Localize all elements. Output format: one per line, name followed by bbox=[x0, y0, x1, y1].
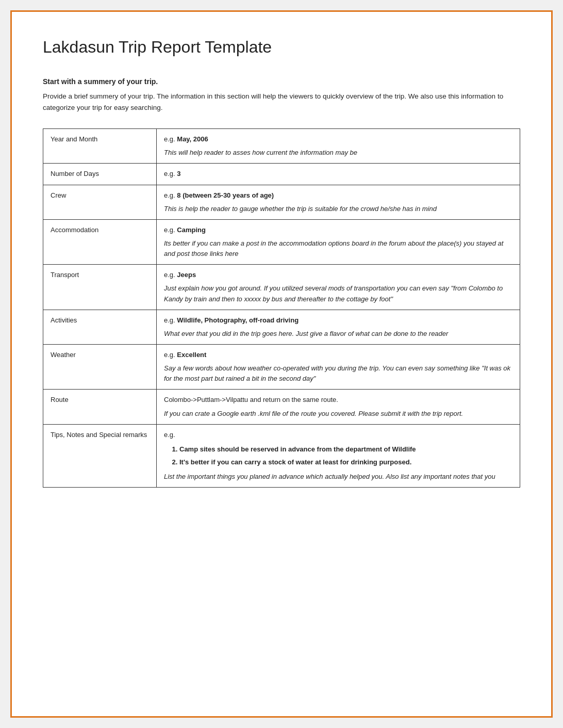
table-row: Number of Days e.g. 3 bbox=[43, 164, 520, 185]
row-content-accommodation: e.g. Camping Its better if you can make … bbox=[157, 219, 520, 264]
list-item: Camp sites should be reserved in advance… bbox=[179, 444, 512, 455]
table-row: Route Colombo->Puttlam->Vilpattu and ret… bbox=[43, 390, 520, 424]
list-item: It's better if you can carry a stock of … bbox=[179, 457, 512, 467]
row-label-year-month: Year and Month bbox=[43, 129, 157, 164]
row-label-crew: Crew bbox=[43, 185, 157, 219]
row-label-activities: Activities bbox=[43, 310, 157, 344]
row-content-weather: e.g. Excellent Say a few words about how… bbox=[157, 345, 520, 390]
row-label-tips: Tips, Notes and Special remarks bbox=[43, 424, 157, 487]
row-label-accommodation: Accommodation bbox=[43, 219, 157, 264]
table-row: Tips, Notes and Special remarks e.g. Cam… bbox=[43, 424, 520, 487]
row-content-route: Colombo->Puttlam->Vilpattu and return on… bbox=[157, 390, 520, 424]
table-row: Year and Month e.g. May, 2006 This will … bbox=[43, 129, 520, 164]
row-label-transport: Transport bbox=[43, 265, 157, 310]
row-label-route: Route bbox=[43, 390, 157, 424]
summary-table: Year and Month e.g. May, 2006 This will … bbox=[43, 128, 520, 488]
document-page: Lakdasun Trip Report Template Start with… bbox=[10, 10, 553, 718]
table-row: Weather e.g. Excellent Say a few words a… bbox=[43, 345, 520, 390]
row-content-transport: e.g. Jeeps Just explain how you got arou… bbox=[157, 265, 520, 310]
table-row: Activities e.g. Wildlife, Photography, o… bbox=[43, 310, 520, 344]
table-row: Transport e.g. Jeeps Just explain how yo… bbox=[43, 265, 520, 310]
table-row: Accommodation e.g. Camping Its better if… bbox=[43, 219, 520, 264]
row-content-activities: e.g. Wildlife, Photography, off-road dri… bbox=[157, 310, 520, 344]
row-content-year-month: e.g. May, 2006 This will help reader to … bbox=[157, 129, 520, 164]
page-title: Lakdasun Trip Report Template bbox=[43, 38, 520, 57]
row-label-days: Number of Days bbox=[43, 164, 157, 185]
row-content-tips: e.g. Camp sites should be reserved in ad… bbox=[157, 424, 520, 487]
row-label-weather: Weather bbox=[43, 345, 157, 390]
table-row: Crew e.g. 8 (between 25-30 years of age)… bbox=[43, 185, 520, 219]
tips-list: Camp sites should be reserved in advance… bbox=[164, 444, 512, 467]
intro-paragraph: Provide a brief summery of your trip. Th… bbox=[43, 91, 520, 113]
row-content-crew: e.g. 8 (between 25-30 years of age) This… bbox=[157, 185, 520, 219]
row-content-days: e.g. 3 bbox=[157, 164, 520, 185]
section-heading: Start with a summery of your trip. bbox=[43, 77, 520, 86]
